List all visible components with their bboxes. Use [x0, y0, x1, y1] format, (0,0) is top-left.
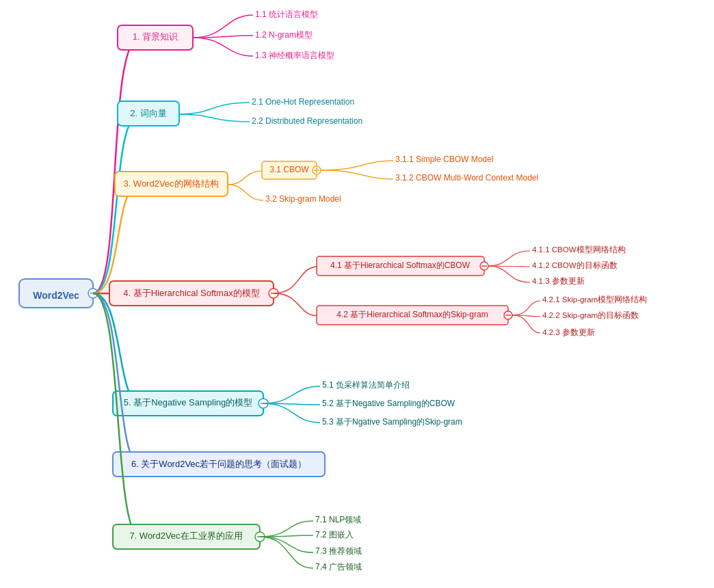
b4-c2: 4.1.2 CBOW的目标函数	[532, 261, 618, 269]
branch-3-label: 3. Word2Vec的网络结构	[123, 178, 218, 189]
b7-c2: 7.2 图嵌入	[315, 530, 354, 539]
branch-3-cbow-node: 3.1 CBOW	[262, 161, 321, 179]
b1-c1: 1.1 统计语言模型	[255, 10, 318, 19]
branch-1-label: 1. 背景知识	[133, 31, 178, 42]
branch-6-label: 6. 关于Word2Vec若干问题的思考（面试题）	[131, 459, 306, 469]
branch-5-label: 5. 基于Negative Sampling的模型	[124, 397, 253, 407]
b3-c3: 3.2 Skip-gram Model	[265, 194, 341, 204]
b4-skip-label: 4.2 基于Hierarchical Softmax的Skip-gram	[336, 310, 488, 319]
b4-c5: 4.2.2 Skip-gram的目标函数	[542, 311, 639, 319]
branch-4-cbow-node: 4.1 基于Hierarchical Softmax的CBOW	[317, 256, 488, 276]
branch-4-node: 4. 基于Hierarchical Softmax的模型	[109, 281, 278, 306]
branch-5-node: 5. 基于Negative Sampling的模型	[113, 391, 268, 416]
b7-c3: 7.3 推荐领域	[315, 546, 362, 556]
b7-c1: 7.1 NLP领域	[315, 515, 361, 524]
b1-c3: 1.3 神经概率语言模型	[255, 51, 334, 60]
root-node: Word2Vec	[19, 279, 98, 308]
b3-c2: 3.1.2 CBOW Multi-Word Context Model	[395, 173, 538, 183]
branch-4-skipgram-node: 4.2 基于Hierarchical Softmax的Skip-gram	[317, 306, 512, 325]
b2-c2: 2.2 Distributed Representation	[252, 116, 362, 126]
b4-c3: 4.1.3 参数更新	[532, 276, 585, 285]
branch-7-label: 7. Word2Vec在工业界的应用	[129, 531, 242, 541]
branch-7-node: 7. Word2Vec在工业界的应用	[113, 524, 265, 549]
b5-c3: 5.3 基于Ngative Sampling的Skip-gram	[322, 417, 462, 427]
b5-c1: 5.1 负采样算法简单介绍	[322, 380, 410, 390]
branch-2-node: 2. 词向量	[118, 101, 179, 126]
b4-cbow-label: 4.1 基于Hierarchical Softmax的CBOW	[330, 260, 471, 270]
branch-3-node: 3. Word2Vec的网络结构	[115, 172, 228, 196]
b2-c1: 2.1 One-Hot Representation	[252, 97, 354, 107]
b4-c6: 4.2.3 参数更新	[542, 328, 595, 336]
b3-cbow-label: 3.1 CBOW	[269, 165, 309, 174]
b5-c2: 5.2 基于Negative Sampling的CBOW	[322, 399, 455, 408]
b1-c2: 1.2 N-gram模型	[255, 30, 313, 40]
b3-c1: 3.1.1 Simple CBOW Model	[395, 155, 493, 164]
root-label: Word2Vec	[33, 290, 79, 301]
branch-6-node: 6. 关于Word2Vec若干问题的思考（面试题）	[113, 452, 325, 477]
b4-c1: 4.1.1 CBOW模型网络结构	[532, 245, 626, 254]
branch-4-label: 4. 基于Hierarchical Softmax的模型	[123, 288, 259, 298]
branch-1-node: 1. 背景知识	[118, 25, 193, 50]
b7-c4: 7.4 广告领域	[315, 562, 362, 572]
branch-2-label: 2. 词向量	[130, 108, 166, 118]
b4-c4: 4.2.1 Skip-gram模型网络结构	[542, 295, 647, 304]
